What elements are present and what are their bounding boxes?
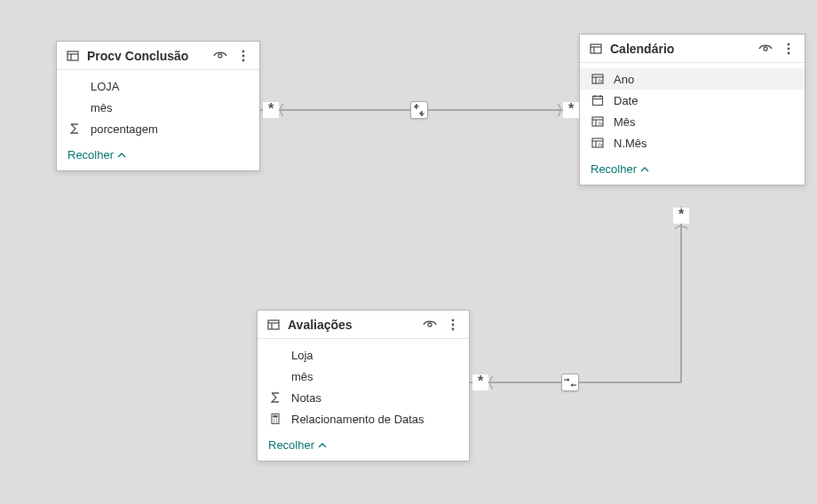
field-label: N.Mês [614,137,647,150]
svg-rect-38 [274,415,278,418]
svg-point-5 [242,55,245,58]
table-icon [266,318,281,332]
table-icon [66,49,80,63]
blank-icon: • [67,100,82,114]
calc-col-icon: fx [591,136,605,150]
svg-point-41 [274,421,274,422]
field-label: Date [614,94,638,107]
svg-point-35 [452,324,455,327]
blank-icon: • [67,79,82,93]
calculator-icon [268,412,282,426]
crowfoot-icon [488,375,498,390]
field-row[interactable]: • Loja [258,344,469,366]
field-list: • Loja • mês Notas [258,339,469,433]
svg-rect-30 [268,320,279,329]
visibility-icon[interactable] [758,42,773,56]
field-list: fx Ano Date [580,63,805,157]
svg-point-10 [764,47,767,51]
collapse-label: Recolher [67,148,114,161]
collapse-link[interactable]: Recolher [67,148,126,161]
visibility-icon[interactable] [213,49,227,63]
visibility-icon[interactable] [423,318,437,332]
card-footer: Recolher [580,157,805,185]
table-icon [589,42,603,56]
crowfoot-icon [674,224,688,234]
collapse-label: Recolher [268,438,314,452]
cardinality-many: * [472,374,488,390]
svg-point-11 [788,43,790,46]
field-row[interactable]: Date [580,90,805,111]
field-row[interactable]: • mês [258,366,469,387]
field-label: LOJA [91,80,120,93]
field-row[interactable]: fx Mês [580,111,805,132]
table-card-procv[interactable]: Procv Conclusão • LOJA [56,41,260,171]
more-icon[interactable] [446,318,460,332]
collapse-link[interactable]: Recolher [268,438,327,452]
svg-point-12 [788,48,790,51]
svg-text:fx: fx [599,142,603,147]
filter-direction-icon[interactable] [561,374,579,391]
svg-text:fx: fx [599,78,603,83]
model-canvas[interactable]: Procv Conclusão • LOJA [0,0,817,504]
card-header: Calendário [580,35,805,63]
svg-point-36 [452,328,455,331]
svg-point-34 [452,319,455,322]
field-row[interactable]: Notas [258,387,469,408]
more-icon[interactable] [236,49,250,63]
card-title: Calendário [610,42,751,56]
svg-point-40 [276,419,277,420]
field-row[interactable]: fx N.Mês [580,132,805,154]
field-label: mês [291,370,313,383]
field-label: Loja [291,349,313,362]
field-label: Mês [614,115,636,129]
svg-rect-0 [67,51,78,60]
cardinality-many: * [563,102,579,118]
table-card-calendario[interactable]: Calendário [579,34,805,185]
svg-point-3 [218,54,222,58]
calc-col-icon: fx [591,114,605,129]
card-header: Avaliações [258,311,469,339]
svg-point-6 [242,59,245,62]
field-row[interactable]: porcentagem [57,118,259,139]
field-label: mês [91,101,113,114]
field-row[interactable]: fx Ano [580,68,805,90]
field-row[interactable]: • LOJA [57,75,259,97]
collapse-label: Recolher [591,162,637,176]
svg-text:fx: fx [599,121,603,126]
card-title: Procv Conclusão [87,49,206,63]
date-icon [591,93,605,107]
cardinality-many: * [673,208,689,224]
sigma-icon [268,390,282,405]
more-icon[interactable] [781,42,796,56]
blank-icon: • [268,369,282,383]
filter-direction-icon[interactable] [410,101,428,119]
chevron-up-icon [318,441,327,450]
calc-col-icon: fx [591,72,605,86]
table-card-avaliacoes[interactable]: Avaliações • Loja [257,310,470,461]
card-footer: Recolher [258,433,469,461]
crowfoot-icon [278,103,289,117]
svg-point-13 [788,52,790,55]
field-label: porcentagem [91,122,158,136]
card-footer: Recolher [57,143,259,170]
field-label: Ano [614,73,634,86]
cardinality-many: * [263,102,279,118]
svg-point-33 [428,323,432,327]
blank-icon: • [268,348,282,362]
field-label: Notas [291,391,321,405]
svg-point-4 [242,51,245,53]
field-row[interactable]: • mês [57,97,259,118]
svg-rect-7 [591,44,601,53]
card-header: Procv Conclusão [57,42,259,70]
sigma-icon [67,122,82,136]
svg-rect-18 [593,97,603,106]
card-title: Avaliações [288,318,416,332]
chevron-up-icon [117,151,126,160]
chevron-up-icon [640,165,649,174]
field-label: Relacionamento de Datas [291,413,424,426]
collapse-link[interactable]: Recolher [591,162,649,176]
crowfoot-icon [552,103,563,117]
svg-point-42 [276,421,277,422]
svg-point-39 [274,419,274,420]
field-row[interactable]: Relacionamento de Datas [258,408,469,429]
